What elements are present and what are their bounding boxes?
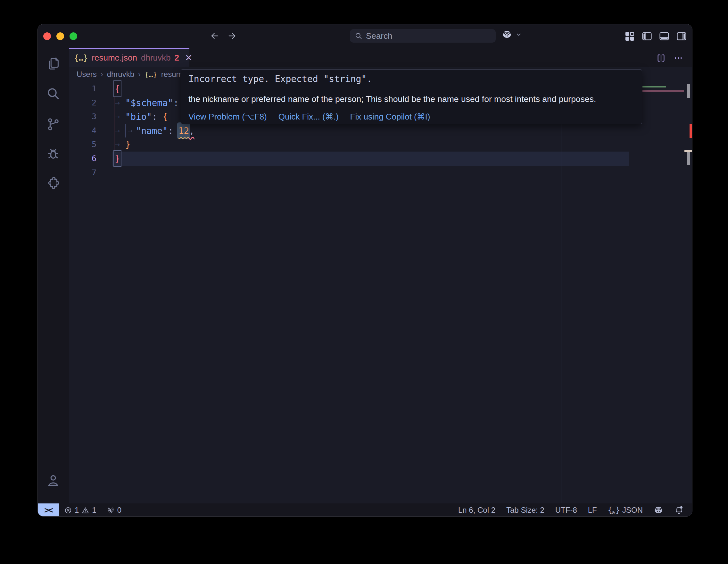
- code-token: "name": [136, 124, 168, 138]
- more-actions-icon[interactable]: [674, 53, 683, 63]
- cursor-position[interactable]: Ln 6, Col 2: [458, 506, 495, 515]
- layout-controls: [624, 31, 688, 42]
- warning-count: 1: [92, 506, 96, 515]
- view-problem-link[interactable]: View Problem (⌥F8): [188, 112, 267, 122]
- fix-with-copilot-link[interactable]: Fix using Copilot (⌘I): [350, 112, 430, 122]
- breadcrumb-separator: ›: [101, 70, 103, 79]
- overview-bracket-mark: [687, 84, 690, 98]
- zoom-window-button[interactable]: [70, 32, 77, 40]
- error-icon: [64, 507, 72, 514]
- minimap-added-line-mark: [642, 86, 666, 87]
- tab-resume-json[interactable]: {…} resume.json dhruvkb 2 ✕: [69, 48, 189, 67]
- json-file-icon: {…}: [74, 54, 88, 62]
- command-center-search[interactable]: Search: [350, 29, 496, 43]
- code-token: :: [152, 110, 157, 124]
- code-token: }: [125, 137, 131, 152]
- tab-directory: dhruvkb: [141, 53, 171, 63]
- copilot-menu[interactable]: [502, 30, 522, 39]
- code-token: →: [128, 124, 132, 138]
- toggle-secondary-sidebar-icon[interactable]: [675, 31, 688, 42]
- search-icon: [354, 32, 363, 40]
- error-count: 1: [75, 506, 79, 515]
- remote-indicator[interactable]: ><: [38, 503, 59, 517]
- notifications-bell-icon[interactable]: [674, 505, 684, 515]
- code-token: "$schema": [125, 96, 173, 110]
- chevron-down-icon: [515, 31, 522, 38]
- breadcrumb-item[interactable]: Users: [77, 70, 97, 79]
- screen: Search: [0, 0, 728, 564]
- vscode-window: Search: [37, 24, 692, 517]
- hover-description: the nickname or preferred name of the pe…: [181, 89, 642, 109]
- code-token: →: [115, 110, 120, 124]
- code-token: :: [168, 124, 173, 138]
- overview-bracket-mark: [687, 152, 690, 165]
- copilot-icon: [502, 30, 512, 39]
- code-token: 12: [178, 124, 189, 138]
- status-bar: >< 1 1 0: [38, 503, 692, 517]
- search-label: Search: [366, 31, 392, 41]
- warning-icon: [82, 507, 89, 514]
- code-line: →}: [38, 137, 692, 152]
- back-button[interactable]: [210, 31, 220, 41]
- encoding[interactable]: UTF-8: [555, 506, 577, 515]
- close-window-button[interactable]: [43, 32, 51, 40]
- forward-button[interactable]: [227, 31, 237, 41]
- problems-status[interactable]: 1 1: [64, 506, 96, 515]
- code-token: :: [173, 96, 179, 110]
- code-line: [38, 166, 692, 180]
- account-icon[interactable]: [46, 473, 61, 488]
- code-token: ,: [189, 124, 194, 138]
- hover-actions: View Problem (⌥F8)Quick Fix... (⌘.)Fix u…: [181, 109, 642, 124]
- tab-problem-badge: 2: [174, 53, 179, 63]
- radio-tower-icon: [107, 507, 114, 514]
- quick-fix-link[interactable]: Quick Fix... (⌘.): [278, 112, 339, 122]
- language-mode[interactable]: {⊗} JSON: [608, 506, 643, 515]
- editor-actions: [656, 53, 683, 63]
- tab-size[interactable]: Tab Size: 2: [506, 506, 544, 515]
- split-editor-icon[interactable]: [656, 53, 666, 63]
- code-token: {: [115, 82, 120, 96]
- eol-sequence[interactable]: LF: [588, 506, 597, 515]
- json-mode-icon: {⊗}: [608, 506, 620, 515]
- toggle-primary-sidebar-icon[interactable]: [641, 31, 653, 42]
- ports-count: 0: [117, 506, 121, 515]
- titlebar: Search: [38, 24, 692, 48]
- json-file-icon: {…}: [145, 71, 157, 79]
- breadcrumb-item[interactable]: dhruvkb: [107, 70, 134, 79]
- customize-layout-icon[interactable]: [624, 31, 636, 42]
- hover-message: Incorrect type. Expected "string".: [181, 70, 642, 89]
- code-line: }: [38, 152, 692, 166]
- code-token: }: [115, 152, 120, 166]
- breadcrumb-separator: ›: [138, 70, 141, 79]
- overview-error-mark: [690, 124, 692, 138]
- ports-status[interactable]: 0: [107, 506, 121, 515]
- code-token: {: [162, 110, 168, 124]
- explorer-icon[interactable]: [46, 56, 61, 71]
- code-line: →→"name":12,: [38, 124, 692, 138]
- problem-hover-tooltip: Incorrect type. Expected "string". the n…: [181, 69, 642, 124]
- tab-close-icon[interactable]: ✕: [185, 53, 192, 63]
- copilot-status-icon[interactable]: [654, 505, 663, 515]
- code-token: →: [115, 124, 120, 138]
- tab-bar: {…} resume.json dhruvkb 2 ✕: [69, 48, 692, 67]
- code-token: "bio": [125, 110, 152, 124]
- minimap-modified-line-mark: [642, 90, 684, 92]
- minimize-window-button[interactable]: [56, 32, 64, 40]
- code-token: →: [115, 96, 120, 110]
- code-token: →: [115, 137, 120, 152]
- toggle-panel-icon[interactable]: [658, 31, 670, 42]
- tab-filename: resume.json: [92, 53, 137, 63]
